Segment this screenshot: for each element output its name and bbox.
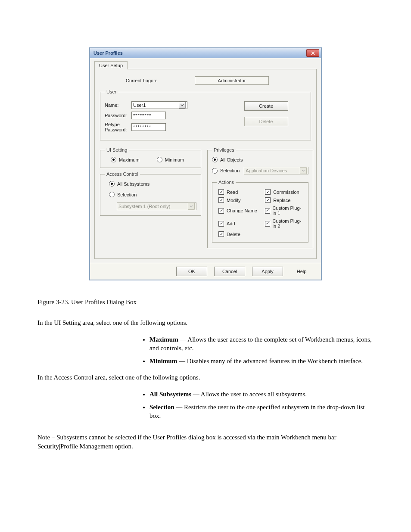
list-item: Maximum — Allows the user access to the … — [149, 335, 374, 353]
chevron-down-icon — [188, 203, 195, 210]
check-replace-label: Replace — [273, 198, 290, 203]
check-custom1[interactable]: Custom Plug-in 1 — [265, 205, 304, 216]
actions-legend: Actions — [217, 180, 236, 185]
dialog-button-bar: OK Cancel Apply Help — [90, 263, 321, 280]
user-group: User Name: User1 — [100, 89, 311, 140]
retype-label: Retype Password: — [105, 122, 131, 132]
option-desc: — Allows the user access to the complete… — [149, 336, 372, 352]
radio-selection-priv[interactable]: Selection — [212, 168, 240, 174]
radio-all-objects[interactable]: All Objects — [212, 157, 308, 162]
privileges-legend: Privileges — [212, 147, 236, 152]
check-add-label: Add — [227, 221, 235, 226]
check-change-name[interactable]: Change Name — [218, 205, 257, 216]
radio-dot-icon — [212, 157, 218, 162]
password-input[interactable]: ******** — [131, 112, 166, 119]
chevron-down-icon — [300, 167, 307, 174]
check-read[interactable]: Read — [218, 189, 257, 195]
radio-all-subsystems-label: All Subsystems — [117, 181, 149, 187]
option-desc: — Disables many of the advanced features… — [177, 358, 363, 364]
radio-maximum-label: Maximum — [119, 157, 140, 162]
check-change-name-label: Change Name — [227, 208, 257, 213]
radio-selection-access[interactable]: Selection — [109, 192, 196, 197]
radio-dot-icon — [109, 192, 115, 197]
check-read-label: Read — [227, 190, 238, 195]
option-label: Selection — [149, 404, 174, 411]
chevron-down-icon[interactable] — [179, 102, 186, 109]
check-commission-label: Commission — [273, 190, 299, 195]
ui-options-list: Maximum — Allows the user access to the … — [149, 335, 374, 366]
check-custom1-label: Custom Plug-in 1 — [273, 205, 304, 216]
dialog-screenshot: User Profiles User Setup Current Logon: … — [89, 47, 322, 280]
radio-dot-icon — [157, 157, 162, 162]
checkbox-icon — [218, 221, 224, 227]
ui-setting-group: UI Setting Maximum Minimum — [100, 147, 201, 168]
checkbox-icon — [218, 231, 224, 237]
current-logon-value: Administrator — [195, 76, 269, 85]
document-body-text: Figure 3-23. User Profiles Dialog Box In… — [37, 298, 374, 451]
retype-password-input[interactable]: ******** — [131, 123, 166, 131]
check-custom2-label: Custom Plug-in 2 — [273, 218, 304, 229]
access-options-list: All Subsystems — Allows the user to acce… — [149, 390, 374, 420]
tab-user-setup[interactable]: User Setup — [94, 61, 128, 69]
list-item: Selection — Restricts the user to the on… — [149, 403, 374, 420]
paragraph-ui-setting: In the UI Setting area, select one of th… — [37, 318, 374, 327]
ok-button[interactable]: OK — [176, 267, 207, 276]
actions-group: Actions Read Commission Modify Replace C… — [212, 180, 308, 243]
check-replace[interactable]: Replace — [265, 197, 304, 203]
checkbox-icon — [265, 197, 271, 203]
close-icon[interactable] — [306, 49, 319, 57]
radio-selection-priv-label: Selection — [220, 168, 240, 173]
delete-button[interactable]: Delete — [244, 117, 288, 126]
paragraph-access-control: In the Access Control area, select one o… — [37, 373, 374, 382]
name-combobox[interactable]: User1 — [131, 101, 187, 109]
list-item: Minimum — Disables many of the advanced … — [149, 357, 374, 365]
create-button[interactable]: Create — [244, 101, 288, 111]
window-title: User Profiles — [92, 50, 123, 56]
list-item: All Subsystems — Allows the user to acce… — [149, 390, 374, 398]
figure-caption: Figure 3-23. User Profiles Dialog Box — [37, 298, 374, 306]
check-delete[interactable]: Delete — [218, 231, 257, 237]
checkbox-icon — [265, 221, 270, 227]
access-control-legend: Access Control — [105, 171, 140, 177]
radio-dot-icon — [109, 181, 115, 187]
cancel-button[interactable]: Cancel — [214, 267, 245, 276]
checkbox-icon — [218, 197, 224, 203]
radio-all-objects-label: All Objects — [220, 157, 243, 162]
radio-minimum-label: Minimum — [165, 157, 184, 162]
password-label: Password: — [105, 113, 131, 118]
name-value: User1 — [133, 103, 146, 108]
check-add[interactable]: Add — [218, 218, 257, 229]
check-delete-label: Delete — [227, 232, 240, 237]
radio-selection-access-label: Selection — [117, 192, 137, 197]
privileges-select-value: Application Devices — [246, 168, 287, 173]
radio-dot-icon — [111, 157, 116, 162]
radio-all-subsystems[interactable]: All Subsystems — [109, 181, 196, 187]
checkbox-icon — [218, 189, 224, 195]
apply-button[interactable]: Apply — [252, 267, 283, 276]
privileges-select: Application Devices — [244, 167, 308, 174]
current-logon-label: Current Logon: — [100, 78, 195, 83]
note-paragraph: Note – Subsystems cannot be selected if … — [37, 433, 374, 451]
tab-label: User Setup — [99, 63, 123, 68]
checkbox-icon — [265, 189, 271, 195]
help-button[interactable]: Help — [290, 267, 313, 276]
check-modify-label: Modify — [227, 198, 240, 203]
option-desc: — Restricts the user to the one specifie… — [149, 404, 365, 419]
name-label: Name: — [105, 103, 131, 108]
check-commission[interactable]: Commission — [265, 189, 304, 195]
subsystem-select-value: Subsystem 1 (Root only) — [118, 204, 170, 209]
privileges-group: Privileges All Objects Selection Applica… — [207, 147, 313, 248]
radio-maximum[interactable]: Maximum — [111, 157, 140, 162]
check-custom2[interactable]: Custom Plug-in 2 — [265, 218, 304, 229]
option-desc: — Allows the user to access all subsyste… — [191, 391, 307, 398]
titlebar: User Profiles — [90, 48, 321, 58]
subsystem-select: Subsystem 1 (Root only) — [117, 202, 196, 210]
option-label: Minimum — [149, 358, 177, 364]
option-label: All Subsystems — [149, 391, 191, 398]
user-profiles-window: User Profiles User Setup Current Logon: … — [89, 47, 322, 280]
access-control-group: Access Control All Subsystems Selection … — [100, 171, 201, 216]
radio-minimum[interactable]: Minimum — [157, 157, 184, 162]
radio-dot-icon — [212, 168, 218, 174]
check-modify[interactable]: Modify — [218, 197, 257, 203]
ui-setting-legend: UI Setting — [105, 147, 129, 152]
